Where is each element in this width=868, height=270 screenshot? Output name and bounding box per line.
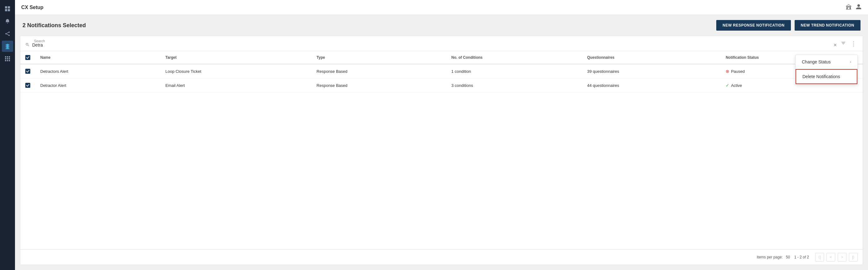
status-badge: ✓ Active xyxy=(725,83,742,88)
content: 2 Notifications Selected NEW RESPONSE NO… xyxy=(15,15,868,270)
share-icon[interactable] xyxy=(2,28,13,39)
active-icon: ✓ xyxy=(725,83,730,88)
table-row: Detractors Alert Loop Closure Ticket Res… xyxy=(20,64,863,79)
cell-questionnaires: 39 questionnaires xyxy=(582,64,721,79)
cell-conditions: 3 conditions xyxy=(446,79,582,92)
cell-target: Loop Closure Ticket xyxy=(160,64,312,79)
svg-line-8 xyxy=(6,34,8,35)
col-questionnaires: Questionnaires xyxy=(582,51,721,64)
pagination-last-button[interactable]: |⟩ xyxy=(849,253,858,262)
pagination-next-button[interactable]: > xyxy=(838,253,846,262)
col-type: Type xyxy=(312,51,446,64)
svg-line-7 xyxy=(6,32,8,33)
svg-point-6 xyxy=(8,35,10,36)
svg-rect-12 xyxy=(5,58,6,59)
table-body: Detractors Alert Loop Closure Ticket Res… xyxy=(20,64,863,92)
table-row: Detractor Alert Email Alert Response Bas… xyxy=(20,79,863,92)
col-checkbox xyxy=(20,51,35,64)
notifications-table: Name Target Type No. of Conditions Quest… xyxy=(20,51,863,92)
search-clear-icon[interactable]: ✕ xyxy=(833,42,837,48)
filter-icon[interactable] xyxy=(840,39,847,48)
pagination-first-button[interactable]: ⟨| xyxy=(815,253,824,262)
svg-rect-13 xyxy=(7,58,8,59)
paused-icon: ⊗ xyxy=(725,69,730,74)
col-target: Target xyxy=(160,51,312,64)
status-text: Active xyxy=(731,83,742,88)
cell-name: Detractors Alert xyxy=(35,64,160,79)
new-response-notification-button[interactable]: NEW RESPONSE NOTIFICATION xyxy=(716,20,790,31)
sidebar xyxy=(0,0,15,270)
user-icon[interactable] xyxy=(856,4,862,11)
svg-rect-10 xyxy=(7,56,8,58)
select-all-checkbox[interactable] xyxy=(25,55,30,60)
selected-label: 2 Notifications Selected xyxy=(23,22,86,29)
header-strip: 2 Notifications Selected NEW RESPONSE NO… xyxy=(15,15,868,36)
table-container: Search ✕ ⋮ xyxy=(20,36,863,265)
page-title: CX Setup xyxy=(21,5,43,10)
museum-icon[interactable] xyxy=(845,4,852,11)
header-buttons: NEW RESPONSE NOTIFICATION NEW TREND NOTI… xyxy=(716,20,861,31)
row-checkbox-1[interactable] xyxy=(25,83,30,88)
svg-rect-9 xyxy=(5,56,6,58)
change-status-label: Change Status xyxy=(802,59,831,64)
cell-target: Email Alert xyxy=(160,79,312,92)
bell-icon[interactable] xyxy=(2,16,13,27)
new-trend-notification-button[interactable]: NEW TREND NOTIFICATION xyxy=(795,20,861,31)
grid-icon[interactable] xyxy=(2,3,13,14)
dropdown-menu: Change Status › Delete Notifications xyxy=(795,55,858,84)
search-input[interactable] xyxy=(32,42,831,48)
items-per-page-value: 50 xyxy=(786,255,790,259)
topbar: CX Setup xyxy=(15,0,868,15)
svg-rect-11 xyxy=(9,56,10,58)
cell-questionnaires: 44 questionnaires xyxy=(582,79,721,92)
svg-rect-17 xyxy=(9,60,10,61)
pagination-prev-button[interactable]: < xyxy=(827,253,835,262)
apps-icon[interactable] xyxy=(2,53,13,64)
selected-count: 2 xyxy=(23,22,26,28)
chevron-right-icon: › xyxy=(850,60,851,64)
cell-conditions: 1 condition xyxy=(446,64,582,79)
svg-rect-14 xyxy=(9,58,10,59)
svg-rect-1 xyxy=(8,6,10,8)
col-name: Name xyxy=(35,51,160,64)
delete-notifications-item[interactable]: Delete Notifications xyxy=(796,69,857,84)
cell-type: Response Based xyxy=(312,79,446,92)
layers-icon[interactable] xyxy=(2,41,13,52)
change-status-item[interactable]: Change Status › xyxy=(796,55,857,69)
search-label: Search xyxy=(34,39,45,43)
status-badge: ⊗ Paused xyxy=(725,69,745,74)
svg-point-4 xyxy=(8,32,10,33)
search-bar: Search ✕ ⋮ xyxy=(20,36,863,51)
status-text: Paused xyxy=(731,69,745,74)
svg-point-5 xyxy=(5,33,6,34)
svg-rect-0 xyxy=(5,6,7,8)
cell-type: Response Based xyxy=(312,64,446,79)
more-options-icon[interactable]: ⋮ xyxy=(849,39,858,49)
svg-rect-15 xyxy=(5,60,6,61)
pagination: Items per page: 50 1 - 2 of 2 ⟨| < > |⟩ xyxy=(20,249,863,265)
delete-notifications-label: Delete Notifications xyxy=(802,74,840,79)
items-per-page-label: Items per page: xyxy=(757,255,783,259)
topbar-icons xyxy=(845,4,862,11)
svg-rect-2 xyxy=(5,9,7,11)
search-icon xyxy=(25,42,30,48)
main: CX Setup 2 Notifications Selected NEW RE… xyxy=(15,0,868,270)
table-header-row: Name Target Type No. of Conditions Quest… xyxy=(20,51,863,64)
pagination-range: 1 - 2 of 2 xyxy=(794,255,809,259)
pagination-info: Items per page: 50 1 - 2 of 2 xyxy=(757,255,809,259)
svg-rect-3 xyxy=(8,9,10,11)
search-input-wrapper: ✕ xyxy=(25,42,837,48)
svg-rect-16 xyxy=(7,60,8,61)
row-checkbox-0[interactable] xyxy=(25,69,30,74)
cell-name: Detractor Alert xyxy=(35,79,160,92)
data-table: Name Target Type No. of Conditions Quest… xyxy=(20,51,863,249)
col-conditions: No. of Conditions xyxy=(446,51,582,64)
